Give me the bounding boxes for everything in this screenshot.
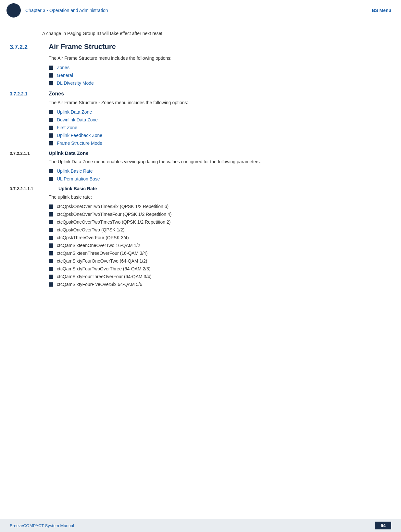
bullet-icon	[49, 267, 53, 271]
bullet-icon	[49, 81, 53, 85]
bullet-icon	[49, 73, 53, 78]
rate-item-2: ctcQpskOneOverTwoTimesFour (QPSK 1/2 Rep…	[57, 212, 172, 217]
rate-item-1: ctcQpskOneOverTwoTimesSix (QPSK 1/2 Repe…	[57, 204, 169, 209]
list-item: ctcQpskThreeOverFour (QPSK 3/4)	[49, 235, 391, 240]
list-item: Zones	[49, 65, 391, 70]
section-37211-intro: The Uplink Data Zone menu enables viewin…	[49, 158, 292, 165]
list-item: ctcQamSixteenThreeOverFour (16-QAM 3/4)	[49, 251, 391, 256]
bullet-icon	[49, 282, 53, 287]
list-item: Downlink Data Zone	[49, 117, 391, 122]
list-item: ctcQamSixtyFourThreeOverFour (64-QAM 3/4…	[49, 274, 391, 279]
link-uplink-data-zone[interactable]: Uplink Data Zone	[57, 109, 92, 115]
rate-item-3: ctcQpskOneOverTwoTimesTwo (QPSK 1/2 Repe…	[57, 219, 170, 225]
bullet-icon	[49, 141, 53, 145]
section-3721-intro: The Air Frame Structure - Zones menu inc…	[49, 99, 391, 106]
link-general[interactable]: General	[57, 73, 73, 78]
section-3721-list: Uplink Data Zone Downlink Data Zone Firs…	[49, 109, 391, 146]
rate-item-8: ctcQamSixtyFourOneOverTwo (64-QAM 1/2)	[57, 258, 147, 264]
list-item: UL Permutation Base	[49, 176, 391, 181]
logo-circle	[6, 3, 21, 18]
list-item: ctcQamSixtyFourTwoOverThree (64-QAM 2/3)	[49, 266, 391, 271]
section-37211: 3.7.2.2.1.1 Uplink Data Zone	[10, 150, 391, 156]
list-item: Uplink Data Zone	[49, 109, 391, 115]
bullet-icon	[49, 251, 53, 255]
page-content: A change in Paging Group ID will take ef…	[0, 21, 401, 316]
bullet-icon	[49, 212, 53, 217]
section-372111-num: 3.7.2.2.1.1.1	[10, 186, 52, 191]
page-footer: BreezeCOMPACT System Manual 64	[0, 519, 401, 532]
list-item: ctcQamSixtyFourOneOverTwo (64-QAM 1/2)	[49, 258, 391, 264]
list-item: ctcQamSixteenOneOverTwo 16-QAM 1/2	[49, 243, 391, 248]
section-3721-num: 3.7.2.2.1	[10, 91, 42, 96]
bullet-icon	[49, 220, 53, 224]
list-item: ctcQamSixtyFourFiveOverSix 64-QAM 5/6	[49, 282, 391, 287]
section-372111-list: ctcQpskOneOverTwoTimesSix (QPSK 1/2 Repe…	[49, 204, 391, 287]
link-ul-permutation-base[interactable]: UL Permutation Base	[57, 176, 100, 181]
bullet-icon	[49, 126, 53, 130]
list-item: Uplink Basic Rate	[49, 168, 391, 174]
link-frame-structure-mode[interactable]: Frame Structure Mode	[57, 141, 102, 146]
bullet-icon	[49, 275, 53, 279]
page-header: Chapter 3 - Operation and Administration…	[0, 0, 401, 21]
bullet-icon	[49, 228, 53, 232]
section-372111-intro: The uplink basic rate:	[49, 194, 391, 201]
section-37211-num: 3.7.2.2.1.1	[10, 151, 42, 156]
bullet-icon	[49, 110, 53, 114]
bullet-icon	[49, 177, 53, 181]
list-item: Frame Structure Mode	[49, 141, 391, 146]
link-uplink-feedback-zone[interactable]: Uplink Feedback Zone	[57, 133, 102, 138]
link-first-zone[interactable]: First Zone	[57, 125, 77, 130]
section-3721-title: Zones	[49, 91, 64, 97]
list-item: First Zone	[49, 125, 391, 130]
section-372-num: 3.7.2.2	[10, 44, 42, 51]
bullet-icon	[49, 243, 53, 248]
bs-menu-label: BS Menu	[372, 8, 391, 13]
bullet-icon	[49, 204, 53, 209]
bullet-icon	[49, 259, 53, 263]
section-3721: 3.7.2.2.1 Zones	[10, 91, 391, 97]
list-item: Uplink Feedback Zone	[49, 133, 391, 138]
section-372-title: Air Frame Structure	[49, 43, 116, 51]
bullet-icon	[49, 169, 53, 173]
rate-item-7: ctcQamSixteenThreeOverFour (16-QAM 3/4)	[57, 251, 147, 256]
list-item: ctcQpskOneOverTwoTimesTwo (QPSK 1/2 Repe…	[49, 219, 391, 225]
rate-item-9: ctcQamSixtyFourTwoOverThree (64-QAM 2/3)	[57, 266, 151, 271]
list-item: ctcQpskOneOverTwoTimesFour (QPSK 1/2 Rep…	[49, 212, 391, 217]
section-372: 3.7.2.2 Air Frame Structure	[10, 43, 391, 51]
rate-item-6: ctcQamSixteenOneOverTwo 16-QAM 1/2	[57, 243, 140, 248]
section-37211-title: Uplink Data Zone	[49, 150, 89, 156]
bullet-icon	[49, 118, 53, 122]
rate-item-11: ctcQamSixtyFourFiveOverSix 64-QAM 5/6	[57, 282, 142, 287]
bullet-icon	[49, 133, 53, 138]
section-372-list: Zones General DL Diversity Mode	[49, 65, 391, 86]
section-37211-list: Uplink Basic Rate UL Permutation Base	[49, 168, 391, 181]
footer-product-name: BreezeCOMPACT System Manual	[10, 523, 74, 528]
link-uplink-basic-rate[interactable]: Uplink Basic Rate	[57, 168, 93, 174]
bullet-icon	[49, 66, 53, 70]
link-dl-diversity-mode[interactable]: DL Diversity Mode	[57, 80, 94, 86]
chapter-label: Chapter 3 - Operation and Administration	[25, 8, 108, 13]
list-item: ctcQpskOneOverTwo (QPSK 1/2)	[49, 227, 391, 232]
section-372111-title: Uplink Basic Rate	[58, 186, 97, 191]
rate-item-10: ctcQamSixtyFourThreeOverFour (64-QAM 3/4…	[57, 274, 152, 279]
rate-item-4: ctcQpskOneOverTwo (QPSK 1/2)	[57, 227, 125, 232]
rate-item-5: ctcQpskThreeOverFour (QPSK 3/4)	[57, 235, 129, 240]
page-number: 64	[375, 522, 391, 529]
list-item: ctcQpskOneOverTwoTimesSix (QPSK 1/2 Repe…	[49, 204, 391, 209]
list-item: General	[49, 73, 391, 78]
header-left: Chapter 3 - Operation and Administration	[6, 3, 108, 18]
link-downlink-data-zone[interactable]: Downlink Data Zone	[57, 117, 98, 122]
section-372-intro: The Air Frame Structure menu includes th…	[49, 55, 391, 62]
link-zones[interactable]: Zones	[57, 65, 69, 70]
intro-text: A change in Paging Group ID will take ef…	[42, 31, 391, 36]
list-item: DL Diversity Mode	[49, 80, 391, 86]
bullet-icon	[49, 236, 53, 240]
section-372111: 3.7.2.2.1.1.1 Uplink Basic Rate	[10, 186, 391, 191]
